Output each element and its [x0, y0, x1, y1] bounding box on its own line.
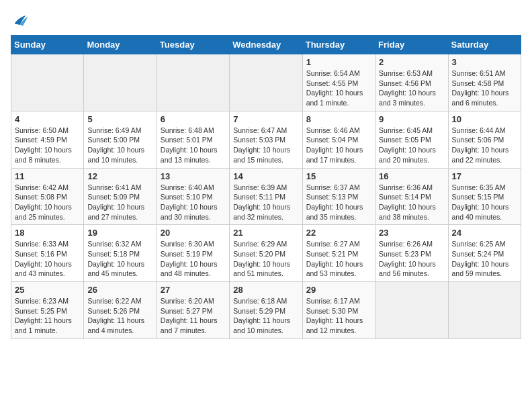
day-info: Sunrise: 6:32 AM Sunset: 5:18 PM Dayligh… — [87, 239, 152, 279]
calendar-cell: 10Sunrise: 6:44 AM Sunset: 5:06 PM Dayli… — [448, 111, 521, 168]
day-info: Sunrise: 6:44 AM Sunset: 5:06 PM Dayligh… — [452, 126, 517, 165]
calendar-cell — [448, 282, 521, 339]
calendar-day-header: Wednesday — [230, 36, 302, 54]
calendar-cell: 7Sunrise: 6:47 AM Sunset: 5:03 PM Daylig… — [230, 111, 302, 168]
day-info: Sunrise: 6:39 AM Sunset: 5:11 PM Dayligh… — [233, 183, 298, 222]
calendar-header-row: SundayMondayTuesdayWednesdayThursdayFrid… — [11, 36, 521, 54]
calendar-day-header: Sunday — [11, 36, 84, 54]
day-number: 13 — [161, 171, 226, 181]
day-number: 9 — [379, 114, 444, 124]
page-header — [11, 11, 521, 30]
day-info: Sunrise: 6:35 AM Sunset: 5:15 PM Dayligh… — [452, 183, 517, 222]
day-number: 25 — [15, 285, 80, 295]
calendar-cell — [11, 54, 84, 111]
day-number: 12 — [87, 171, 152, 181]
calendar-cell: 6Sunrise: 6:48 AM Sunset: 5:01 PM Daylig… — [157, 111, 229, 168]
calendar-day-header: Saturday — [448, 36, 521, 54]
day-info: Sunrise: 6:23 AM Sunset: 5:25 PM Dayligh… — [15, 296, 80, 336]
day-number: 4 — [15, 114, 80, 124]
day-info: Sunrise: 6:36 AM Sunset: 5:14 PM Dayligh… — [379, 183, 444, 222]
day-number: 7 — [233, 114, 298, 124]
day-number: 1 — [306, 57, 371, 67]
day-info: Sunrise: 6:20 AM Sunset: 5:27 PM Dayligh… — [161, 296, 226, 336]
calendar-cell: 15Sunrise: 6:37 AM Sunset: 5:13 PM Dayli… — [302, 168, 375, 225]
day-number: 27 — [161, 285, 226, 295]
calendar-cell: 18Sunrise: 6:33 AM Sunset: 5:16 PM Dayli… — [11, 225, 84, 282]
calendar-cell: 2Sunrise: 6:53 AM Sunset: 4:56 PM Daylig… — [375, 54, 448, 111]
calendar-week-row: 4Sunrise: 6:50 AM Sunset: 4:59 PM Daylig… — [11, 111, 521, 168]
day-number: 6 — [161, 114, 226, 124]
day-info: Sunrise: 6:41 AM Sunset: 5:09 PM Dayligh… — [87, 183, 152, 222]
day-number: 28 — [233, 285, 298, 295]
day-number: 21 — [233, 228, 298, 238]
calendar-day-header: Tuesday — [157, 36, 229, 54]
calendar-cell: 16Sunrise: 6:36 AM Sunset: 5:14 PM Dayli… — [375, 168, 448, 225]
calendar-cell: 13Sunrise: 6:40 AM Sunset: 5:10 PM Dayli… — [157, 168, 229, 225]
calendar-week-row: 25Sunrise: 6:23 AM Sunset: 5:25 PM Dayli… — [11, 282, 521, 339]
calendar-cell: 26Sunrise: 6:22 AM Sunset: 5:26 PM Dayli… — [84, 282, 157, 339]
calendar-cell: 17Sunrise: 6:35 AM Sunset: 5:15 PM Dayli… — [448, 168, 521, 225]
calendar-cell — [375, 282, 448, 339]
calendar-day-header: Thursday — [302, 36, 375, 54]
day-number: 8 — [306, 114, 371, 124]
day-number: 19 — [87, 228, 152, 238]
calendar-cell: 22Sunrise: 6:27 AM Sunset: 5:21 PM Dayli… — [302, 225, 375, 282]
day-info: Sunrise: 6:42 AM Sunset: 5:08 PM Dayligh… — [15, 183, 80, 222]
day-info: Sunrise: 6:37 AM Sunset: 5:13 PM Dayligh… — [306, 183, 371, 222]
calendar-cell: 12Sunrise: 6:41 AM Sunset: 5:09 PM Dayli… — [84, 168, 157, 225]
day-info: Sunrise: 6:22 AM Sunset: 5:26 PM Dayligh… — [87, 296, 152, 336]
calendar-week-row: 1Sunrise: 6:54 AM Sunset: 4:55 PM Daylig… — [11, 54, 521, 111]
day-info: Sunrise: 6:17 AM Sunset: 5:30 PM Dayligh… — [306, 296, 371, 336]
day-info: Sunrise: 6:53 AM Sunset: 4:56 PM Dayligh… — [379, 68, 444, 108]
calendar-cell — [84, 54, 157, 111]
day-number: 15 — [306, 171, 371, 181]
day-info: Sunrise: 6:45 AM Sunset: 5:05 PM Dayligh… — [379, 126, 444, 165]
day-info: Sunrise: 6:33 AM Sunset: 5:16 PM Dayligh… — [15, 239, 80, 279]
calendar-cell: 29Sunrise: 6:17 AM Sunset: 5:30 PM Dayli… — [302, 282, 375, 339]
calendar-cell — [230, 54, 302, 111]
day-number: 16 — [379, 171, 444, 181]
calendar-cell: 25Sunrise: 6:23 AM Sunset: 5:25 PM Dayli… — [11, 282, 84, 339]
calendar-week-row: 18Sunrise: 6:33 AM Sunset: 5:16 PM Dayli… — [11, 225, 521, 282]
day-info: Sunrise: 6:27 AM Sunset: 5:21 PM Dayligh… — [306, 239, 371, 279]
day-number: 3 — [452, 57, 517, 67]
calendar-cell: 9Sunrise: 6:45 AM Sunset: 5:05 PM Daylig… — [375, 111, 448, 168]
calendar-week-row: 11Sunrise: 6:42 AM Sunset: 5:08 PM Dayli… — [11, 168, 521, 225]
day-number: 11 — [15, 171, 80, 181]
day-info: Sunrise: 6:48 AM Sunset: 5:01 PM Dayligh… — [161, 126, 226, 165]
calendar-day-header: Friday — [375, 36, 448, 54]
day-info: Sunrise: 6:51 AM Sunset: 4:58 PM Dayligh… — [452, 68, 517, 108]
calendar-cell: 28Sunrise: 6:18 AM Sunset: 5:29 PM Dayli… — [230, 282, 302, 339]
day-number: 29 — [306, 285, 371, 295]
day-info: Sunrise: 6:26 AM Sunset: 5:23 PM Dayligh… — [379, 239, 444, 279]
calendar-cell: 27Sunrise: 6:20 AM Sunset: 5:27 PM Dayli… — [157, 282, 229, 339]
day-number: 14 — [233, 171, 298, 181]
calendar-cell: 8Sunrise: 6:46 AM Sunset: 5:04 PM Daylig… — [302, 111, 375, 168]
calendar-cell: 21Sunrise: 6:29 AM Sunset: 5:20 PM Dayli… — [230, 225, 302, 282]
day-number: 2 — [379, 57, 444, 67]
day-number: 24 — [452, 228, 517, 238]
calendar-cell: 11Sunrise: 6:42 AM Sunset: 5:08 PM Dayli… — [11, 168, 84, 225]
day-info: Sunrise: 6:25 AM Sunset: 5:24 PM Dayligh… — [452, 239, 517, 279]
day-number: 22 — [306, 228, 371, 238]
calendar-cell: 1Sunrise: 6:54 AM Sunset: 4:55 PM Daylig… — [302, 54, 375, 111]
calendar-cell — [157, 54, 229, 111]
calendar-cell: 4Sunrise: 6:50 AM Sunset: 4:59 PM Daylig… — [11, 111, 84, 168]
day-number: 26 — [87, 285, 152, 295]
day-number: 17 — [452, 171, 517, 181]
day-info: Sunrise: 6:18 AM Sunset: 5:29 PM Dayligh… — [233, 296, 298, 336]
day-info: Sunrise: 6:40 AM Sunset: 5:10 PM Dayligh… — [161, 183, 226, 222]
day-info: Sunrise: 6:49 AM Sunset: 5:00 PM Dayligh… — [87, 126, 152, 165]
logo-bird-icon — [11, 11, 30, 30]
calendar-cell: 20Sunrise: 6:30 AM Sunset: 5:19 PM Dayli… — [157, 225, 229, 282]
day-number: 10 — [452, 114, 517, 124]
day-info: Sunrise: 6:50 AM Sunset: 4:59 PM Dayligh… — [15, 126, 80, 165]
calendar-cell: 24Sunrise: 6:25 AM Sunset: 5:24 PM Dayli… — [448, 225, 521, 282]
day-number: 18 — [15, 228, 80, 238]
day-info: Sunrise: 6:54 AM Sunset: 4:55 PM Dayligh… — [306, 68, 371, 108]
calendar-table: SundayMondayTuesdayWednesdayThursdayFrid… — [11, 35, 521, 339]
day-number: 20 — [161, 228, 226, 238]
day-info: Sunrise: 6:29 AM Sunset: 5:20 PM Dayligh… — [233, 239, 298, 279]
calendar-cell: 3Sunrise: 6:51 AM Sunset: 4:58 PM Daylig… — [448, 54, 521, 111]
calendar-day-header: Monday — [84, 36, 157, 54]
